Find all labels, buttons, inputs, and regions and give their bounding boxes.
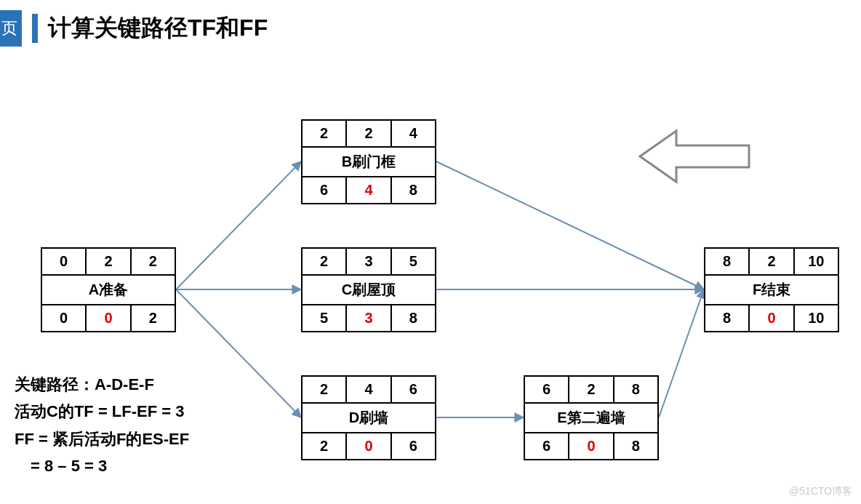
note-ff-1: FF = 紧后活动F的ES-EF [15, 425, 189, 452]
cell: 6 [525, 433, 569, 459]
cell: 8 [705, 249, 750, 274]
cell: 6 [303, 177, 347, 203]
back-arrow-icon [640, 131, 749, 182]
cell: 2 [303, 121, 347, 146]
cell: 8 [392, 177, 435, 203]
cell: 5 [303, 305, 347, 331]
node-C: 235C刷屋顶538 [301, 247, 436, 332]
cell: 3 [347, 249, 391, 274]
node-E: 628E第二遍墙608 [524, 375, 659, 460]
cell: 2 [750, 249, 794, 274]
node-F: 8210F结束8010 [704, 247, 839, 332]
cell: 2 [347, 121, 391, 146]
cell: 6 [392, 377, 435, 402]
cell: 8 [705, 305, 750, 331]
edge-A-B [176, 161, 301, 289]
activity-name: B刷门框 [303, 146, 435, 177]
node-D: 246D刷墙206 [301, 375, 436, 460]
cell: 4 [347, 177, 391, 203]
cell: 6 [525, 377, 569, 402]
cell: 2 [303, 433, 347, 459]
cell: 4 [392, 121, 435, 146]
activity-name: D刷墙 [303, 402, 435, 433]
note-tf: 活动C的TF = LF-EF = 3 [15, 398, 189, 425]
activity-name: E第二遍墙 [525, 402, 657, 433]
cell: 0 [347, 433, 391, 459]
cell: 2 [132, 305, 175, 331]
cell: 2 [132, 249, 175, 274]
cell: 4 [347, 377, 391, 402]
cell: 8 [614, 433, 657, 459]
cell: 6 [392, 433, 435, 459]
cell: 0 [42, 249, 87, 274]
cell: 0 [569, 433, 614, 459]
edge-E-F [659, 289, 704, 417]
cell: 0 [42, 305, 87, 331]
cell: 2 [569, 377, 614, 402]
cell: 3 [347, 305, 391, 331]
cell: 10 [795, 249, 838, 274]
activity-name: C刷屋顶 [303, 274, 435, 305]
edge-B-F [436, 161, 704, 289]
cell: 0 [87, 305, 131, 331]
activity-name: F结束 [705, 274, 838, 305]
notes-block: 关键路径：A-D-E-F 活动C的TF = LF-EF = 3 FF = 紧后活… [15, 371, 189, 480]
watermark: @51CTO博客 [789, 485, 852, 498]
cell: 2 [303, 249, 347, 274]
cell: 2 [87, 249, 131, 274]
node-B: 224B刷门框648 [301, 119, 436, 204]
edge-A-D [176, 289, 301, 417]
cell: 10 [795, 305, 838, 331]
cell: 2 [303, 377, 347, 402]
note-ff-2: = 8 – 5 = 3 [15, 452, 189, 479]
cell: 8 [614, 377, 657, 402]
cell: 0 [750, 305, 794, 331]
node-A: 022A准备002 [41, 247, 176, 332]
note-critical-path: 关键路径：A-D-E-F [15, 371, 189, 398]
cell: 5 [392, 249, 435, 274]
cell: 8 [392, 305, 435, 331]
activity-name: A准备 [42, 274, 175, 305]
